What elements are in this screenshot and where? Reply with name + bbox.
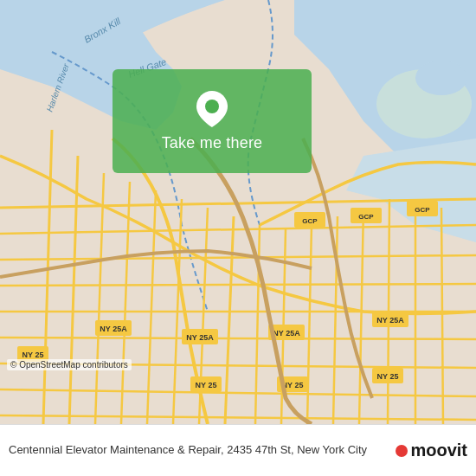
map-container: NY 25 NY 25A NY 25A NY 25A NY 25A NY 25 … (0, 0, 476, 424)
svg-point-5 (415, 61, 467, 95)
svg-text:NY 25A: NY 25A (273, 329, 300, 338)
svg-text:NY 25: NY 25 (377, 372, 399, 381)
svg-point-56 (205, 100, 219, 113)
moovit-label: moovit (410, 441, 467, 460)
location-text: Centennial Elevator Maintenance & Repair… (9, 442, 396, 458)
map-attribution: © OpenStreetMap contributors (7, 359, 132, 370)
take-me-there-button[interactable]: Take me there (162, 134, 263, 152)
svg-text:GCP: GCP (358, 213, 374, 221)
moovit-logo: moovit (396, 441, 467, 460)
svg-text:NY 25: NY 25 (196, 381, 217, 389)
take-me-there-card[interactable]: Take me there (113, 69, 312, 173)
svg-text:NY 25: NY 25 (23, 351, 44, 359)
svg-text:NY 25A: NY 25A (186, 333, 214, 342)
svg-text:NY 25A: NY 25A (376, 316, 404, 325)
location-pin-icon (196, 91, 228, 127)
info-bar: Centennial Elevator Maintenance & Repair… (0, 424, 476, 476)
svg-text:GCP: GCP (415, 206, 430, 214)
svg-text:NY 25A: NY 25A (100, 325, 127, 333)
svg-text:GCP: GCP (302, 217, 318, 225)
moovit-dot-icon (396, 445, 408, 457)
